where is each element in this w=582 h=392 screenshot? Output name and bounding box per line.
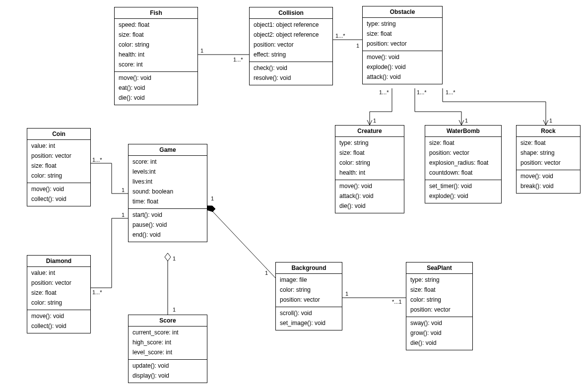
class-member: object2: object reference xyxy=(254,30,328,40)
class-member: die(): void xyxy=(119,93,194,103)
class-member: attack(): void xyxy=(367,72,438,82)
class-member: display(): void xyxy=(132,371,203,381)
ops-background: scroll(): voidset_image(): void xyxy=(276,307,342,330)
class-member: size: float xyxy=(119,30,194,40)
class-member: color: string xyxy=(339,158,400,168)
class-member: shape: string xyxy=(520,148,576,158)
class-member: speed: float xyxy=(119,20,194,30)
class-member: explode(): void xyxy=(367,62,438,72)
class-rock: Rock size: floatshape: stringposition: v… xyxy=(516,125,581,194)
class-member: current_score: int xyxy=(132,327,203,337)
mult-game-score-bottom: 1 xyxy=(173,307,176,313)
class-member: pause(): void xyxy=(132,220,203,230)
class-member: size: float xyxy=(31,288,86,298)
class-member: countdown: float xyxy=(429,168,497,178)
class-waterbomb: WaterBomb size: floatposition: vectorexp… xyxy=(425,125,502,203)
ops-coin: move(): voidcollect(): void xyxy=(27,183,90,206)
class-member: type: string xyxy=(410,275,468,285)
class-member: score: int xyxy=(119,60,194,69)
class-member: position: vector xyxy=(367,39,438,49)
ops-rock: move(): voidbreak(): void xyxy=(517,170,580,193)
mult-game-bg-a: 1 xyxy=(211,196,214,201)
class-member: position: vector xyxy=(31,278,86,288)
class-member: set_timer(): void xyxy=(429,181,497,191)
class-title-score: Score xyxy=(129,315,207,327)
class-coin: Coin value: intposition: vectorsize: flo… xyxy=(27,128,91,206)
ops-diamond: move(): voidcollect(): void xyxy=(27,310,90,333)
class-member: attack(): void xyxy=(339,191,400,201)
class-title-creature: Creature xyxy=(335,126,404,137)
class-title-seaplant: SeaPlant xyxy=(406,262,472,274)
class-title-coin: Coin xyxy=(27,129,90,140)
class-member: size: float xyxy=(410,285,468,295)
class-member: level_score: int xyxy=(132,347,203,357)
class-title-diamond: Diamond xyxy=(27,256,90,267)
attrs-seaplant: type: stringsize: floatcolor: stringposi… xyxy=(406,274,472,317)
mult-diamond-1: 1 xyxy=(122,212,125,218)
class-member: check(): void xyxy=(254,63,328,73)
mult-obst-wb-1: 1 xyxy=(465,118,468,124)
mult-obst-wb-many: 1...* xyxy=(417,89,427,95)
mult-coin-many: 1...* xyxy=(92,157,102,163)
class-title-game: Game xyxy=(129,144,207,156)
class-member: resolve(): void xyxy=(254,73,328,83)
mult-coll-obst-1: 1 xyxy=(356,43,359,49)
class-member: explode(): void xyxy=(429,191,497,201)
class-title-waterbomb: WaterBomb xyxy=(425,126,501,137)
class-member: effect: string xyxy=(254,50,328,60)
class-member: grow(): void xyxy=(410,328,468,338)
mult-obst-rock-1: 1 xyxy=(549,118,552,124)
class-member: lives:int xyxy=(132,177,203,187)
class-member: score: int xyxy=(132,157,203,167)
class-member: size: float xyxy=(31,161,86,171)
ops-obstacle: move(): voidexplode(): voidattack(): voi… xyxy=(363,51,442,84)
class-creature: Creature type: stringsize: floatcolor: s… xyxy=(335,125,404,213)
mult-obst-creature-1: 1 xyxy=(373,118,376,124)
class-member: collect(): void xyxy=(31,321,86,331)
mult-game-score-top: 1 xyxy=(173,256,176,261)
class-member: type: string xyxy=(367,19,438,29)
attrs-score: current_score: inthigh_score: intlevel_s… xyxy=(129,327,207,360)
attrs-coin: value: intposition: vectorsize: floatcol… xyxy=(27,140,90,183)
attrs-obstacle: type: stringsize: floatposition: vector xyxy=(363,18,442,51)
class-member: move(): void xyxy=(31,311,86,321)
class-member: image: file xyxy=(280,275,338,285)
class-member: set_image(): void xyxy=(280,318,338,328)
class-member: eat(): void xyxy=(119,83,194,93)
ops-score: update(): voiddisplay(): void xyxy=(129,360,207,383)
ops-seaplant: sway(): voidgrow(): voiddie(): void xyxy=(406,317,472,350)
class-member: sound: boolean xyxy=(132,187,203,196)
class-member: size: float xyxy=(367,29,438,39)
class-member: position: vector xyxy=(520,158,576,168)
class-diamond: Diamond value: intposition: vectorsize: … xyxy=(27,255,91,333)
class-member: position: vector xyxy=(429,148,497,158)
class-member: die(): void xyxy=(339,201,400,211)
class-member: color: string xyxy=(31,298,86,308)
attrs-background: image: filecolor: stringposition: vector xyxy=(276,274,342,307)
mult-obst-creature-many: 1...* xyxy=(379,89,389,95)
class-title-background: Background xyxy=(276,262,342,274)
attrs-collision: object1: object referenceobject2: object… xyxy=(250,19,332,62)
class-member: health: int xyxy=(119,50,194,60)
class-member: move(): void xyxy=(520,171,576,181)
attrs-waterbomb: size: floatposition: vectorexplosion_rad… xyxy=(425,137,501,180)
ops-fish: move(): voideat(): voiddie(): void xyxy=(115,72,197,105)
class-title-collision: Collision xyxy=(250,7,332,19)
class-member: size: float xyxy=(520,138,576,148)
class-background: Background image: filecolor: stringposit… xyxy=(275,262,342,330)
class-member: object1: object reference xyxy=(254,20,328,30)
class-member: die(): void xyxy=(410,338,468,348)
mult-obst-rock-many: 1...* xyxy=(446,89,455,95)
svg-line-3 xyxy=(207,206,275,278)
class-title-obstacle: Obstacle xyxy=(363,6,442,18)
class-member: color: string xyxy=(280,285,338,295)
class-member: size: float xyxy=(339,148,400,158)
class-member: break(): void xyxy=(520,181,576,191)
class-member: sway(): void xyxy=(410,318,468,328)
class-member: end(): void xyxy=(132,230,203,240)
class-collision: Collision object1: object referenceobjec… xyxy=(249,7,333,85)
class-member: explosion_radius: float xyxy=(429,158,497,168)
class-fish: Fish speed: floatsize: floatcolor: strin… xyxy=(114,7,198,105)
class-member: position: vector xyxy=(280,295,338,305)
class-member: position: vector xyxy=(31,151,86,161)
